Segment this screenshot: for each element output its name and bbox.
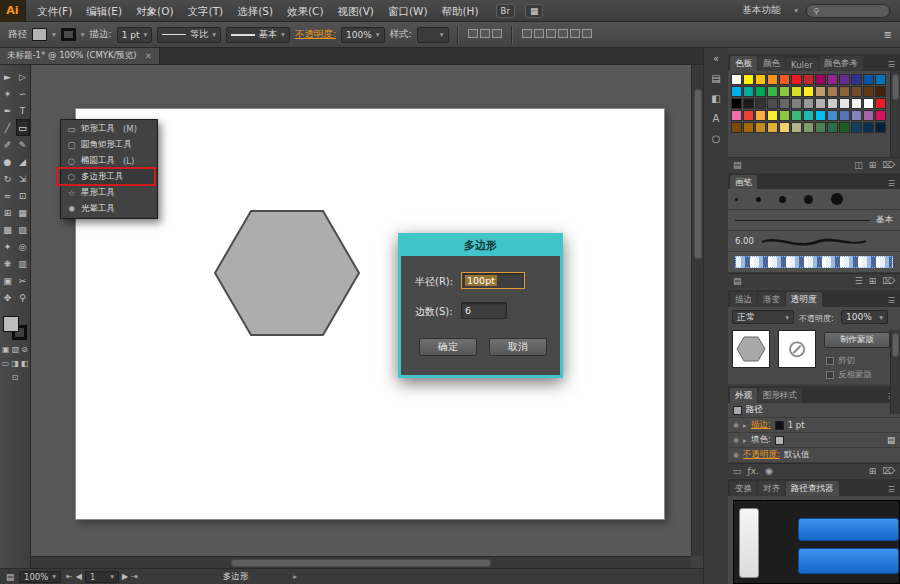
color-swatch[interactable] [839,74,850,85]
color-swatch[interactable] [851,110,862,121]
fill-swatch[interactable] [32,28,47,41]
menu-item[interactable]: 编辑(E) [79,0,129,22]
graph-tool[interactable]: ▥ [16,255,30,272]
appearance-row-fill[interactable]: ◉ ▸ 填色: ▤ [728,433,900,448]
opacity-link[interactable]: 不透明度: [295,28,336,41]
style-combo[interactable]: ▾ [417,27,449,43]
cancel-button[interactable]: 取消 [489,338,547,356]
prev-artboard-icon[interactable]: ◀ [76,572,82,581]
color-swatch[interactable] [767,110,778,121]
color-swatch[interactable] [803,122,814,133]
color-swatch[interactable] [875,74,886,85]
expand-dock-icon[interactable]: « [704,48,728,68]
color-swatch[interactable] [779,86,790,97]
stroke-swatch[interactable] [61,28,76,41]
menu-item[interactable]: 文字(T) [181,0,231,22]
zoom-tool[interactable]: ⚲ [16,289,30,306]
drawing-mode-buttons[interactable]: ▭◨◧ [0,359,30,368]
mask-thumbnail[interactable]: ⊘ [778,330,816,368]
new-item-icon[interactable]: ⊞ [869,466,877,476]
bridge-icon[interactable]: Br [496,4,515,18]
color-swatch[interactable] [803,74,814,85]
radius-input[interactable]: 100pt [461,272,525,289]
color-swatch[interactable] [863,122,874,133]
menu-item[interactable]: 文件(F) [30,0,79,22]
scale-tool[interactable]: ⇲ [16,170,30,187]
opacity-combo[interactable]: 100%▾ [341,27,385,43]
blend-mode-select[interactable]: 正常 ▾ [732,310,794,324]
color-swatch[interactable] [803,98,814,109]
stroke-weight-combo[interactable]: 1 pt▾ [117,27,153,43]
free-transform-tool[interactable]: ⊡ [16,187,30,204]
artboard-tool[interactable]: ▣ [1,272,15,289]
swatches-scrollbar[interactable] [890,71,900,157]
panel-opacity-select[interactable]: 100% ▾ [841,310,888,324]
blob-brush-tool[interactable]: ● [1,153,15,170]
color-swatch[interactable] [767,86,778,97]
new-swatch-icon[interactable]: ⊞ [869,160,877,170]
width-tool[interactable]: ≈ [1,187,15,204]
swatch-libraries-icon[interactable]: ▤ [733,160,742,170]
tab-外观[interactable]: 外观 [730,388,757,403]
rectangle-tool[interactable]: ▭矩形工具(M) [61,121,157,137]
shape-builder-tool[interactable]: ⊞ [1,204,15,221]
tab-图形样式[interactable]: 图形样式 [758,388,802,403]
star-tool[interactable]: ☆星形工具 [61,185,157,201]
color-swatch[interactable] [743,86,754,97]
color-swatch[interactable] [779,122,790,133]
lasso-tool[interactable]: ∽ [16,85,30,102]
panel-menu-icon[interactable]: ☰ [888,296,898,307]
color-swatch[interactable] [803,110,814,121]
perspective-grid-tool[interactable]: ▦ [16,204,30,221]
color-swatch[interactable] [803,86,814,97]
appearance-row-path[interactable]: 路径 [728,403,900,418]
chevron-right-icon[interactable]: ▸ [743,421,747,430]
color-swatch[interactable] [731,74,742,85]
brush-libraries-icon[interactable]: ▤ [733,276,742,286]
panel-menu-icon[interactable]: ☰ [888,60,898,71]
artboard-number-input[interactable]: 1 ▾ [85,571,119,583]
mesh-tool[interactable]: ▩ [1,221,15,238]
color-swatch[interactable] [815,110,826,121]
opacity-link[interactable]: 不透明度: [743,449,780,461]
color-swatch[interactable] [815,86,826,97]
color-swatch[interactable] [815,98,826,109]
blend-tool[interactable]: ◎ [16,238,30,255]
color-swatch[interactable] [779,98,790,109]
fx-icon[interactable]: ƒx. [748,466,759,476]
chevron-right-icon[interactable]: ▸ [743,436,747,445]
color-swatch[interactable] [743,98,754,109]
tab-颜色参考[interactable]: 颜色参考 [819,56,863,71]
delete-item-icon[interactable]: ⌦ [882,466,895,476]
menu-item[interactable]: 帮助(H) [435,0,486,22]
info-panel-icon[interactable]: ▤ [704,68,728,88]
color-swatch[interactable] [755,74,766,85]
color-swatch[interactable] [839,98,850,109]
delete-swatch-icon[interactable]: ⌦ [882,160,895,170]
selection-tool[interactable]: ► [1,68,15,85]
stroke-panel-icon[interactable]: ○ [704,128,728,148]
document-tab[interactable]: 未标题-1* @ 100% (CMYK/预览) ✕ [0,48,160,64]
rotate-tool[interactable]: ↻ [1,170,15,187]
color-swatch[interactable] [851,122,862,133]
magic-wand-tool[interactable]: ✶ [1,85,15,102]
color-swatch[interactable] [731,86,742,97]
color-swatch[interactable] [791,86,802,97]
fill-chip[interactable] [775,436,784,445]
tab-对齐[interactable]: 对齐 [758,481,785,496]
tab-渐变[interactable]: 渐变 [758,292,785,307]
color-swatch[interactable] [767,98,778,109]
brush-row-basic[interactable]: 基本 [728,210,900,231]
line-segment-tool[interactable]: ╱ [1,119,15,136]
color-swatch[interactable] [767,122,778,133]
invert-mask-checkbox[interactable]: 反相蒙版 [826,369,872,381]
color-mode-buttons[interactable]: ▣▧⊘ [0,345,30,354]
popup-button-top[interactable] [798,518,899,541]
eye-icon[interactable]: ◉ [733,436,739,444]
fill-stroke-control[interactable] [3,316,27,340]
fill-proxy[interactable] [3,316,19,332]
brush-menu-icon[interactable]: ☰ [855,276,863,286]
color-swatch[interactable] [827,74,838,85]
direct-selection-tool[interactable]: ▷ [16,68,30,85]
color-swatch[interactable] [755,86,766,97]
